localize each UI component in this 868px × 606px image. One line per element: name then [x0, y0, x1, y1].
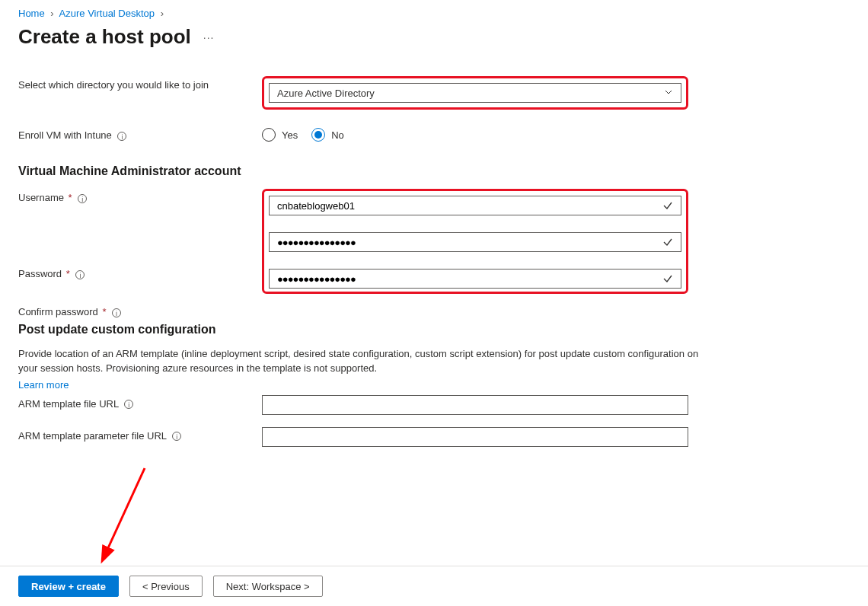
breadcrumb-home[interactable]: Home [18, 8, 45, 19]
review-create-button[interactable]: Review + create [18, 576, 119, 597]
chevron-down-icon [664, 88, 673, 99]
intune-radio-group: Yes No [262, 126, 688, 142]
footer-bar: Review + create < Previous Next: Workspa… [0, 566, 868, 606]
confirm-password-label: Confirm password [18, 306, 98, 317]
chevron-right-icon: › [161, 8, 164, 19]
arm-file-label: ARM template file URL [18, 398, 119, 410]
directory-value: Azure Active Directory [277, 88, 375, 99]
info-icon[interactable]: i [75, 270, 85, 279]
directory-dropdown[interactable]: Azure Active Directory [269, 83, 681, 103]
info-icon[interactable]: i [172, 432, 181, 441]
required-icon: * [69, 192, 72, 203]
annotation-arrow [69, 461, 160, 577]
intune-radio-no[interactable]: No [311, 128, 344, 142]
confirm-password-field[interactable] [277, 273, 673, 285]
post-section-description: Provide location of an ARM template (inl… [18, 347, 704, 376]
arm-file-field[interactable] [270, 399, 680, 410]
password-input[interactable] [269, 232, 681, 252]
intune-radio-yes[interactable]: Yes [262, 128, 298, 142]
password-label: Password [18, 268, 62, 279]
info-icon[interactable]: i [78, 194, 87, 203]
check-icon [662, 273, 673, 286]
arm-param-input[interactable] [262, 427, 688, 447]
check-icon [662, 200, 673, 213]
more-actions-button[interactable]: ··· [203, 31, 215, 43]
info-icon[interactable]: i [112, 308, 121, 317]
intune-label: Enroll VM with Intune [18, 129, 112, 141]
highlight-box: Azure Active Directory [262, 76, 688, 110]
next-workspace-button[interactable]: Next: Workspace > [213, 576, 323, 597]
svg-line-0 [103, 468, 145, 560]
radio-icon [262, 128, 276, 142]
arm-param-field[interactable] [270, 431, 680, 442]
username-label: Username [18, 192, 64, 203]
check-icon [662, 237, 673, 250]
info-icon[interactable]: i [124, 400, 133, 409]
required-icon: * [66, 268, 70, 279]
username-input[interactable] [269, 196, 681, 215]
learn-more-link[interactable]: Learn more [18, 379, 69, 391]
info-icon[interactable]: i [117, 132, 126, 141]
confirm-password-input[interactable] [269, 269, 681, 289]
username-field[interactable] [277, 200, 673, 212]
radio-icon [311, 128, 325, 142]
breadcrumb: Home › Azure Virtual Desktop › [18, 8, 850, 19]
required-icon: * [102, 306, 106, 317]
arm-file-input[interactable] [262, 395, 688, 415]
intune-no-label: No [331, 129, 344, 141]
arm-param-label: ARM template parameter file URL [18, 430, 167, 442]
post-section-heading: Post update custom configuration [18, 323, 719, 336]
chevron-right-icon: › [50, 8, 53, 19]
intune-yes-label: Yes [282, 129, 298, 141]
password-field[interactable] [277, 237, 673, 248]
confirm-label-row: Confirm password * i [18, 306, 262, 317]
breadcrumb-avd[interactable]: Azure Virtual Desktop [59, 8, 155, 19]
password-label-row: Password * i [18, 268, 262, 279]
admin-section-heading: Virtual Machine Administrator account [18, 164, 719, 178]
highlight-box [262, 189, 688, 294]
directory-label: Select which directory you would like to… [18, 76, 262, 91]
previous-button[interactable]: < Previous [129, 576, 203, 597]
page-title: Create a host pool [18, 25, 191, 49]
